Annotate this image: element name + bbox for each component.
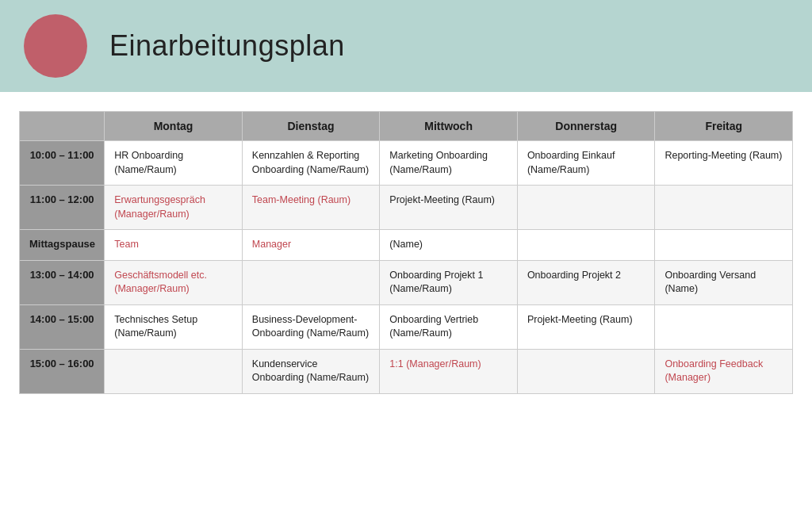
cell-donnerstag: Onboarding Projekt 2: [517, 260, 655, 304]
table-row: MittagspauseTeamManager(Name): [20, 230, 793, 261]
table-row: 14:00 – 15:00Technisches Setup (Name/Rau…: [20, 304, 793, 349]
cell-mittwoch: Onboarding Vertrieb (Name/Raum): [380, 304, 518, 349]
cell-montag: Geschäftsmodell etc. (Manager/Raum): [105, 260, 243, 304]
logo-circle: [24, 14, 87, 78]
cell-dienstag: Business-Development-Onboarding (Name/Ra…: [242, 304, 380, 349]
main-content: Montag Dienstag Mittwoch Donnerstag Frei…: [0, 92, 812, 413]
cell-dienstag: Team-Meeting (Raum): [242, 186, 380, 230]
cell-montag: Technisches Setup (Name/Raum): [105, 304, 243, 349]
time-cell: 10:00 – 11:00: [20, 141, 105, 186]
page-header: Einarbeitungsplan: [0, 0, 812, 92]
cell-donnerstag: [517, 186, 655, 230]
table-row: 10:00 – 11:00HR Onboarding (Name/Raum)Ke…: [20, 141, 793, 186]
cell-donnerstag: [517, 349, 655, 393]
time-cell: Mittagspause: [20, 230, 105, 261]
cell-dienstag: [242, 260, 380, 304]
cell-freitag: [655, 186, 793, 230]
cell-mittwoch: Marketing Onboarding (Name/Raum): [380, 141, 518, 186]
cell-mittwoch: Projekt-Meeting (Raum): [380, 186, 518, 230]
cell-freitag: Reporting-Meeting (Raum): [655, 141, 793, 186]
schedule-table: Montag Dienstag Mittwoch Donnerstag Frei…: [19, 111, 793, 394]
table-header-row: Montag Dienstag Mittwoch Donnerstag Frei…: [20, 112, 793, 141]
cell-freitag: [655, 230, 793, 261]
table-row: 15:00 – 16:00Kundenservice Onboarding (N…: [20, 349, 793, 393]
cell-montag: HR Onboarding (Name/Raum): [105, 141, 243, 186]
cell-mittwoch: Onboarding Projekt 1 (Name/Raum): [380, 260, 518, 304]
table-row: 11:00 – 12:00Erwartungsgespräch (Manager…: [20, 186, 793, 230]
cell-donnerstag: [517, 230, 655, 261]
time-cell: 13:00 – 14:00: [20, 260, 105, 304]
table-row: 13:00 – 14:00Geschäftsmodell etc. (Manag…: [20, 260, 793, 304]
col-time: [20, 112, 105, 141]
cell-donnerstag: Projekt-Meeting (Raum): [517, 304, 655, 349]
time-cell: 11:00 – 12:00: [20, 186, 105, 230]
col-dienstag: Dienstag: [242, 112, 380, 141]
cell-freitag: [655, 304, 793, 349]
cell-freitag: Onboarding Feedback (Manager): [655, 349, 793, 393]
cell-mittwoch: (Name): [380, 230, 518, 261]
time-cell: 14:00 – 15:00: [20, 304, 105, 349]
page-title: Einarbeitungsplan: [109, 29, 345, 63]
cell-dienstag: Kennzahlen & Reporting Onboarding (Name/…: [242, 141, 380, 186]
col-freitag: Freitag: [655, 112, 793, 141]
col-mittwoch: Mittwoch: [380, 112, 518, 141]
cell-dienstag: Kundenservice Onboarding (Name/Raum): [242, 349, 380, 393]
cell-donnerstag: Onboarding Einkauf (Name/Raum): [517, 141, 655, 186]
cell-montag: Team: [105, 230, 243, 261]
time-cell: 15:00 – 16:00: [20, 349, 105, 393]
cell-dienstag: Manager: [242, 230, 380, 261]
col-donnerstag: Donnerstag: [517, 112, 655, 141]
cell-mittwoch: 1:1 (Manager/Raum): [380, 349, 518, 393]
cell-montag: Erwartungsgespräch (Manager/Raum): [105, 186, 243, 230]
col-montag: Montag: [105, 112, 243, 141]
cell-montag: [105, 349, 243, 393]
cell-freitag: Onboarding Versand (Name): [655, 260, 793, 304]
